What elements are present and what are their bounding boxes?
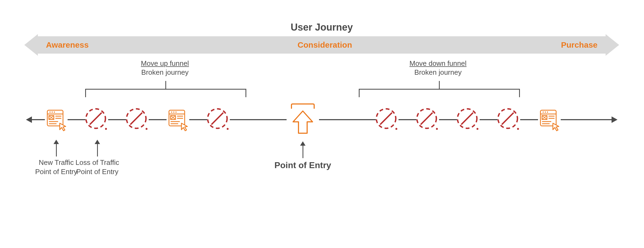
journey-arrow-bar: Awareness Consideration Purchase xyxy=(24,36,619,54)
callout-arrow-icon xyxy=(303,142,303,158)
svg-point-20 xyxy=(171,112,172,113)
loss-circle-icon xyxy=(456,107,481,132)
diagram-title: User Journey xyxy=(24,22,619,33)
segment xyxy=(319,119,376,120)
svg-point-3 xyxy=(52,112,53,113)
svg-point-48 xyxy=(545,112,546,113)
loss-circle-icon xyxy=(206,107,231,132)
segment xyxy=(561,119,612,120)
callout-loss-traffic: Loss of Traffic Point of Entry xyxy=(73,140,122,177)
bracket-right xyxy=(359,89,520,96)
timeline xyxy=(24,102,619,138)
callout-arrow-icon xyxy=(97,140,98,156)
anno-down-line2: Broken journey xyxy=(395,68,481,77)
svg-point-35 xyxy=(396,128,397,130)
svg-line-34 xyxy=(380,113,392,125)
svg-line-16 xyxy=(130,113,142,125)
callout-new-traffic-label: New Traffic Point of Entry xyxy=(35,158,78,177)
loss-circle-icon xyxy=(415,107,440,132)
stage-purchase: Purchase xyxy=(561,40,597,50)
svg-line-43 xyxy=(502,113,514,125)
segment xyxy=(480,119,497,120)
annotation-row: Move up funnel Broken journey Move down … xyxy=(24,59,619,89)
anno-up-line2: Broken journey xyxy=(122,68,208,77)
loss-circle-icon xyxy=(84,107,109,132)
bracket-row xyxy=(24,89,619,102)
svg-point-22 xyxy=(175,112,177,113)
page-click-icon xyxy=(45,108,68,131)
bracket-stem-icon xyxy=(165,81,166,90)
segment xyxy=(230,119,287,120)
bracket-stem-icon xyxy=(439,81,440,90)
loss-circle-icon xyxy=(375,107,400,132)
segment xyxy=(149,119,167,120)
arrow-left-cap-icon xyxy=(24,34,38,56)
svg-line-13 xyxy=(90,113,102,125)
bottom-callouts: New Traffic Point of Entry Loss of Traff… xyxy=(24,138,619,208)
svg-point-44 xyxy=(517,128,519,130)
callout-arrow-icon xyxy=(56,140,57,156)
entry-arrow-icon xyxy=(287,103,319,136)
loss-circle-icon xyxy=(496,107,521,132)
svg-point-17 xyxy=(146,128,148,130)
stage-consideration: Consideration xyxy=(298,40,352,50)
segment xyxy=(520,119,538,120)
timeline-arrow-left-icon xyxy=(26,116,32,123)
anno-up-line1: Move up funnel xyxy=(122,59,208,68)
svg-line-31 xyxy=(211,113,223,125)
segment xyxy=(189,119,207,120)
segment xyxy=(399,119,416,120)
diagram-root: User Journey Awareness Consideration Pur… xyxy=(24,22,619,208)
callout-loss-traffic-label: Loss of Traffic Point of Entry xyxy=(73,158,122,177)
svg-line-37 xyxy=(421,113,433,125)
stage-awareness: Awareness xyxy=(46,40,89,50)
annotation-move-down: Move down funnel Broken journey xyxy=(395,59,481,77)
svg-point-41 xyxy=(477,128,479,130)
svg-point-21 xyxy=(173,112,174,113)
timeline-arrow-right-icon xyxy=(612,116,618,123)
svg-point-14 xyxy=(105,128,107,130)
page-click-icon xyxy=(166,108,190,131)
anno-down-line1: Move down funnel xyxy=(395,59,481,68)
callout-new-traffic: New Traffic Point of Entry xyxy=(35,140,78,177)
segment xyxy=(439,119,457,120)
annotation-move-up: Move up funnel Broken journey xyxy=(122,59,208,77)
svg-point-4 xyxy=(54,112,55,113)
page-click-icon xyxy=(538,108,561,131)
svg-point-47 xyxy=(543,112,544,113)
bracket-left xyxy=(85,89,246,96)
segment xyxy=(68,119,85,120)
svg-point-2 xyxy=(49,112,51,113)
point-of-entry-label: Point of Entry xyxy=(268,160,338,171)
svg-point-49 xyxy=(547,112,548,113)
loss-circle-icon xyxy=(125,107,150,132)
arrow-right-cap-icon xyxy=(606,34,619,56)
segment xyxy=(108,119,126,120)
callout-point-of-entry: Point of Entry xyxy=(268,142,338,171)
svg-point-32 xyxy=(227,128,229,130)
svg-line-40 xyxy=(461,113,473,125)
segment xyxy=(32,119,45,120)
svg-point-38 xyxy=(436,128,438,130)
